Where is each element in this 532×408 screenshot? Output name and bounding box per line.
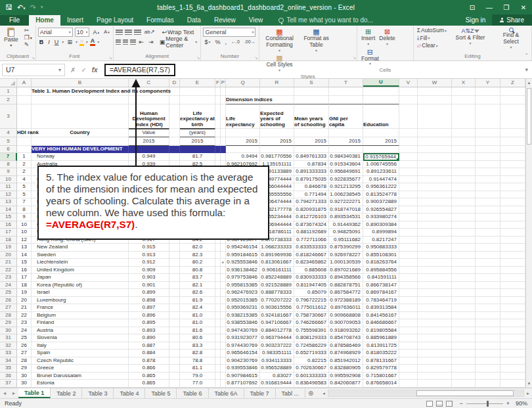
save-icon[interactable]: 🖫	[5, 3, 12, 11]
cell-Z6[interactable]	[500, 146, 525, 153]
cell-A37[interactable]: 30	[17, 380, 32, 388]
cell-R21[interactable]: 0.813061667	[260, 259, 294, 267]
cell-E25[interactable]: 82.6	[180, 289, 215, 297]
cell-S7[interactable]: 0.849761333	[294, 153, 329, 161]
cell-Y8[interactable]	[476, 161, 500, 169]
cell-Y10[interactable]	[476, 176, 500, 184]
cell-S10[interactable]: 0.879175035	[294, 176, 329, 184]
cell-F5[interactable]	[215, 137, 221, 146]
row-header-12[interactable]: 12	[0, 191, 17, 199]
cell-V12[interactable]	[399, 191, 418, 199]
cell-V36[interactable]	[399, 373, 418, 380]
cell-Z18[interactable]	[500, 237, 525, 244]
cell-X5[interactable]	[452, 137, 476, 146]
cell-Z24[interactable]	[500, 282, 525, 290]
cell-R5[interactable]: 2015	[260, 137, 294, 146]
cell-C20[interactable]: 0.913	[129, 252, 169, 260]
cell-X18[interactable]	[452, 237, 476, 244]
cell-T13[interactable]: 0.927222271	[329, 198, 363, 206]
cell-F29[interactable]	[215, 319, 221, 327]
cell-S21[interactable]: 0.823465862	[294, 259, 329, 267]
cell-E28[interactable]: 81.0	[180, 312, 215, 320]
align-bottom-icon[interactable]	[134, 30, 141, 35]
row-header-28[interactable]: 28	[0, 312, 17, 320]
cell-styles-button[interactable]: ▦ Cell Styles▾	[261, 53, 298, 74]
column-header-W[interactable]: W	[418, 79, 452, 87]
cell-Y25[interactable]	[476, 289, 500, 297]
cell-W2[interactable]	[418, 96, 452, 104]
cell-P30[interactable]	[221, 327, 226, 335]
cell-Q32[interactable]: 0.974430769	[226, 342, 260, 350]
cell-W29[interactable]	[418, 319, 452, 327]
cell-E36[interactable]: 79.0	[180, 373, 215, 380]
cell-D23[interactable]	[169, 274, 180, 282]
cell-A8[interactable]: 2	[17, 161, 32, 169]
cell-V20[interactable]	[399, 252, 418, 260]
cell-A3[interactable]	[17, 104, 32, 129]
cell-Z3[interactable]	[500, 104, 525, 129]
cell-R28[interactable]: 0.924181667	[260, 312, 294, 320]
cell-Y23[interactable]	[476, 274, 500, 282]
cell-X27[interactable]	[452, 304, 476, 312]
align-middle-icon[interactable]	[125, 30, 132, 35]
share-button[interactable]: Share	[492, 14, 532, 26]
cell-D22[interactable]	[169, 267, 180, 275]
vertical-scroll-thumb[interactable]	[527, 88, 531, 145]
cell-Y1[interactable]	[476, 87, 500, 96]
cell-P34[interactable]	[221, 357, 226, 365]
cell-Z36[interactable]	[500, 373, 525, 380]
column-header-V[interactable]: V	[399, 79, 418, 87]
cell-S3[interactable]: Mean years of schooling	[294, 104, 329, 129]
cell-E3[interactable]: Life expectancy at birth	[180, 104, 215, 129]
cell-B28[interactable]: Belgium	[32, 312, 129, 320]
cell-V23[interactable]	[399, 274, 418, 282]
cell-A4[interactable]: HDI rank	[17, 129, 32, 137]
cell-T35[interactable]: 0.832880905	[329, 365, 363, 373]
cell-Q1[interactable]	[226, 87, 260, 96]
cell-B26[interactable]: Luxembourg	[32, 297, 129, 305]
cell-W6[interactable]	[418, 146, 452, 153]
merge-center-button[interactable]: ▣ Merge & Center ▾	[158, 35, 199, 49]
cell-P35[interactable]	[221, 365, 226, 373]
cell-F35[interactable]	[215, 365, 221, 373]
cell-F37[interactable]	[215, 380, 221, 388]
cell-S11[interactable]: 0.846678	[294, 183, 329, 191]
cell-Q28[interactable]: 0.938215385	[226, 312, 260, 320]
cell-S37[interactable]: 0.836496583	[294, 380, 329, 388]
cell-A10[interactable]: 4	[17, 176, 32, 184]
cell-V16[interactable]	[399, 221, 418, 229]
cell-E26[interactable]: 81.9	[180, 297, 215, 305]
cell-U22[interactable]: 0.895884556	[363, 267, 399, 275]
cell-P33[interactable]	[221, 350, 226, 357]
cell-U13[interactable]: 0.900372889	[363, 198, 399, 206]
cell-A27[interactable]: 21	[17, 304, 32, 312]
cell-W36[interactable]	[418, 373, 452, 380]
cell-R6[interactable]	[260, 146, 294, 153]
decrease-font-icon[interactable]: A▾	[102, 29, 111, 35]
column-header-U[interactable]: U	[363, 79, 399, 87]
cell-R4[interactable]	[260, 129, 294, 137]
font-dialog-launcher-icon[interactable]: ↘	[109, 55, 112, 60]
cell-U30[interactable]: 0.819805584	[363, 327, 399, 335]
row-header-26[interactable]: 26	[0, 297, 17, 305]
cell-S5[interactable]: 2015	[294, 137, 329, 146]
cell-A22[interactable]: 16	[17, 267, 32, 275]
cell-E23[interactable]: 83.7	[180, 274, 215, 282]
cell-Y17[interactable]	[476, 229, 500, 237]
cell-A24[interactable]: 18	[17, 282, 32, 290]
cell-V31[interactable]	[399, 334, 418, 342]
cell-B35[interactable]: Greece	[32, 365, 129, 373]
cell-U18[interactable]: 0.8217247	[363, 237, 399, 244]
cell-E27[interactable]: 82.4	[180, 304, 215, 312]
bold-button[interactable]: B	[38, 39, 45, 45]
cell-E19[interactable]: 82.0	[180, 244, 215, 252]
cell-B6[interactable]: VERY HIGH HUMAN DEVELOPMENT	[32, 146, 129, 153]
cell-P24[interactable]	[221, 282, 226, 290]
cell-P25[interactable]	[221, 289, 226, 297]
column-header-F[interactable]: F	[215, 79, 221, 87]
cell-X29[interactable]	[452, 319, 476, 327]
row-header-15[interactable]: 15	[0, 214, 17, 221]
cell-Y37[interactable]	[476, 380, 500, 388]
cell-S13[interactable]: 0.794271333	[294, 198, 329, 206]
cell-C36[interactable]: 0.865	[129, 373, 169, 380]
